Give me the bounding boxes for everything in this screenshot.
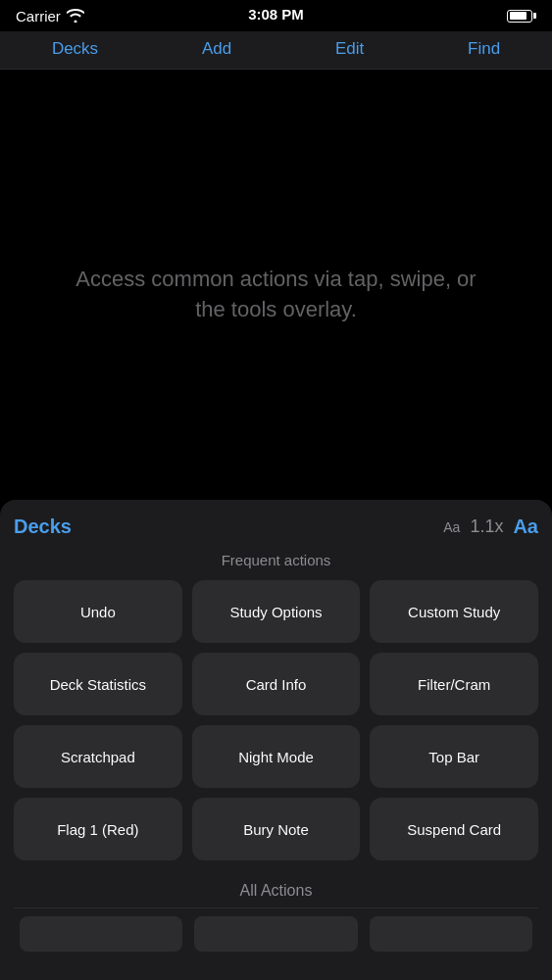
action-suspend-card[interactable]: Suspend Card	[370, 798, 538, 860]
hint-text: Access common actions via tap, swipe, or…	[0, 265, 552, 325]
main-content: Access common actions via tap, swipe, or…	[0, 70, 552, 520]
font-small-label[interactable]: Aa	[443, 519, 460, 535]
action-top-bar[interactable]: Top Bar	[370, 725, 538, 788]
battery-icon	[507, 10, 536, 23]
action-scratchpad[interactable]: Scratchpad	[14, 725, 182, 788]
all-actions-label[interactable]: All Actions	[14, 870, 538, 907]
bottom-bar	[14, 907, 538, 959]
status-time: 3:08 PM	[248, 6, 304, 23]
bottom-bar-item-2	[194, 916, 357, 952]
carrier-label: Carrier	[16, 8, 61, 24]
bottom-bar-item-3	[370, 916, 532, 952]
bottom-sheet: Decks Aa 1.1x Aa Frequent actions Undo S…	[0, 500, 552, 980]
action-flag-red[interactable]: Flag 1 (Red)	[14, 798, 182, 860]
nav-bar: Decks Add Edit Find	[0, 31, 552, 70]
action-undo[interactable]: Undo	[14, 580, 182, 643]
font-zoom-label: 1.1x	[470, 516, 503, 537]
carrier-info: Carrier	[16, 8, 84, 24]
nav-find[interactable]: Find	[468, 39, 500, 59]
action-card-info[interactable]: Card Info	[192, 653, 361, 715]
bottom-bar-item-1	[20, 916, 182, 952]
action-filter-cram[interactable]: Filter/Cram	[370, 653, 538, 715]
nav-add[interactable]: Add	[202, 39, 231, 59]
wifi-icon	[67, 9, 84, 23]
action-deck-statistics[interactable]: Deck Statistics	[14, 653, 182, 715]
actions-grid: Undo Study Options Custom Study Deck Sta…	[14, 580, 538, 860]
action-bury-note[interactable]: Bury Note	[192, 798, 361, 860]
nav-edit[interactable]: Edit	[335, 39, 364, 59]
nav-decks[interactable]: Decks	[52, 39, 98, 59]
action-night-mode[interactable]: Night Mode	[192, 725, 361, 788]
sheet-title: Decks	[14, 515, 72, 538]
section-label: Frequent actions	[14, 552, 538, 568]
action-custom-study[interactable]: Custom Study	[370, 580, 538, 643]
font-controls: Aa 1.1x Aa	[443, 515, 538, 538]
action-study-options[interactable]: Study Options	[192, 580, 361, 643]
font-large-label[interactable]: Aa	[513, 515, 538, 538]
sheet-header: Decks Aa 1.1x Aa	[14, 515, 538, 538]
status-bar: Carrier 3:08 PM	[0, 0, 552, 31]
